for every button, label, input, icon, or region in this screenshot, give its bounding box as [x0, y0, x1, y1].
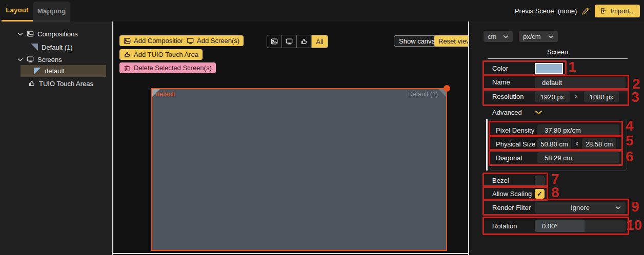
visibility-filter-group: All [267, 35, 328, 48]
chevron-down-icon [503, 35, 509, 38]
resize-handle-dot[interactable] [444, 85, 450, 92]
diagonal-label: Diagonal [496, 154, 522, 162]
name-label: Name [492, 78, 510, 86]
screen-flag-icon [34, 68, 41, 75]
screen-rect-default[interactable]: default Default (1) [151, 88, 447, 251]
tree-item-compositions[interactable]: Compositions [0, 29, 107, 39]
monitor-icon [286, 38, 293, 45]
import-button[interactable]: Import... [595, 5, 640, 17]
annotation-number-7: 7 [551, 172, 559, 186]
physical-size-label: Physical Size [496, 140, 535, 148]
allow-scaling-checkbox[interactable]: ✓ [535, 189, 545, 199]
name-input[interactable]: default [535, 77, 626, 89]
picture-icon [27, 30, 34, 37]
panel-title: Screen [488, 48, 628, 56]
length-unit-value: cm [488, 33, 496, 40]
chevron-down-icon[interactable] [17, 58, 23, 61]
add-tuio-touch-area-label: Add TUIO Touch Area [134, 51, 198, 58]
resolution-label: Resolution [492, 93, 524, 100]
tree-item-label: Default (1) [42, 44, 73, 51]
rotation-input[interactable]: 0.00° [535, 220, 626, 232]
previs-scene-label: Previs Scene: (none) [515, 7, 577, 15]
advanced-section-label[interactable]: Advanced [492, 109, 522, 116]
filter-compositions-toggle[interactable] [267, 35, 282, 48]
chevron-down-icon [615, 206, 621, 209]
pixel-density-input[interactable]: 37.80 px/cm [537, 124, 619, 136]
diagonal-input[interactable]: 58.29 cm [537, 152, 619, 163]
thumb-up-icon [28, 80, 35, 87]
screen-name-label: default [156, 91, 175, 98]
filter-tuio-toggle[interactable] [297, 35, 312, 48]
add-tuio-touch-area-button[interactable]: Add TUIO Touch Area [119, 49, 203, 60]
pixel-density-label: Pixel Density [496, 126, 534, 134]
allow-scaling-label: Allow Scaling [492, 190, 532, 198]
density-unit-select[interactable]: px/cm [519, 31, 558, 42]
annotation-number-9: 9 [631, 200, 639, 214]
chevron-down-icon [548, 35, 554, 38]
color-label: Color [492, 65, 508, 72]
resolution-separator: x [575, 93, 578, 100]
physical-width-input[interactable]: 50.80 cm [537, 138, 571, 150]
annotation-number-2: 2 [632, 77, 640, 91]
trash-icon [124, 65, 131, 72]
delete-selected-screens-button[interactable]: Delete Selected Screen(s) [119, 62, 216, 73]
length-unit-select[interactable]: cm [484, 31, 513, 42]
top-bar: Layout Mapping Previs Scene: (none) Impo… [0, 0, 644, 22]
filter-screens-toggle[interactable] [282, 35, 297, 48]
checkmark-icon: ✓ [537, 190, 542, 198]
monitor-icon [187, 37, 194, 45]
tree-item-label: Compositions [37, 30, 78, 38]
add-composition-label: Add Composition [134, 37, 185, 45]
chevron-down-icon[interactable] [17, 32, 23, 36]
thumb-up-icon [300, 38, 308, 45]
layers-tree-panel: Compositions Default (1) Screens default… [0, 22, 112, 255]
edit-pencil-icon[interactable] [581, 7, 590, 15]
bezel-label: Bezel [492, 177, 509, 184]
annotation-number-3: 3 [631, 90, 639, 104]
picture-icon [124, 37, 131, 45]
tree-item-screen-default-selected[interactable]: default [21, 65, 106, 77]
render-filter-label: Render Filter [492, 204, 531, 211]
chevron-down-icon[interactable] [535, 110, 542, 115]
import-button-label: Import... [610, 7, 635, 15]
add-composition-button[interactable]: Add Composition [119, 35, 189, 46]
physical-size-separator: x [575, 140, 578, 147]
tab-layout[interactable]: Layout [2, 0, 33, 20]
resolution-width-input[interactable]: 1920 px [535, 91, 570, 102]
annotation-number-8: 8 [551, 185, 559, 200]
add-screens-button[interactable]: Add Screen(s) [183, 35, 244, 46]
advanced-indent-guide [486, 119, 488, 171]
layout-canvas-panel[interactable]: Add Composition Add Screen(s) Add TUIO T… [113, 22, 468, 255]
tab-mapping[interactable]: Mapping [33, 2, 70, 21]
rotation-label: Rotation [492, 222, 517, 230]
tree-item-label: TUIO Touch Areas [39, 80, 93, 88]
filter-all-toggle[interactable]: All [312, 35, 328, 48]
screen-properties-panel: cm px/cm Screen Color Name default Resol… [469, 22, 644, 255]
physical-height-input[interactable]: 28.58 cm [582, 138, 616, 150]
picture-icon [271, 38, 278, 45]
render-filter-select[interactable]: Ignore [535, 202, 626, 214]
delete-selected-screens-label: Delete Selected Screen(s) [134, 64, 212, 72]
annotation-number-10: 10 [626, 218, 642, 232]
annotation-number-1: 1 [568, 60, 576, 74]
canvas-bottom-edge [113, 253, 468, 254]
panel-title-rule [488, 58, 628, 59]
tree-item-label: default [45, 67, 65, 75]
color-swatch[interactable] [535, 63, 563, 74]
screen-layout-app: Layout Mapping Previs Scene: (none) Impo… [0, 0, 644, 255]
tree-item-composition-default[interactable]: Default (1) [0, 42, 107, 52]
tree-item-label: Screens [37, 56, 62, 63]
add-screens-label: Add Screen(s) [197, 37, 239, 45]
import-arrow-icon [600, 7, 607, 14]
composition-flag-icon [31, 44, 38, 51]
resolution-height-input[interactable]: 1080 px [584, 91, 619, 102]
rotation-value: 0.00° [535, 222, 558, 230]
tree-item-screens[interactable]: Screens [0, 54, 107, 65]
tree-item-tuio-touch-areas[interactable]: TUIO Touch Areas [0, 78, 107, 89]
render-filter-value: Ignore [571, 204, 590, 211]
density-unit-value: px/cm [523, 33, 541, 40]
monitor-icon [27, 56, 34, 63]
bezel-checkbox[interactable] [535, 176, 545, 185]
thumb-up-icon [124, 51, 131, 58]
composition-badge: Default (1) [408, 91, 438, 98]
